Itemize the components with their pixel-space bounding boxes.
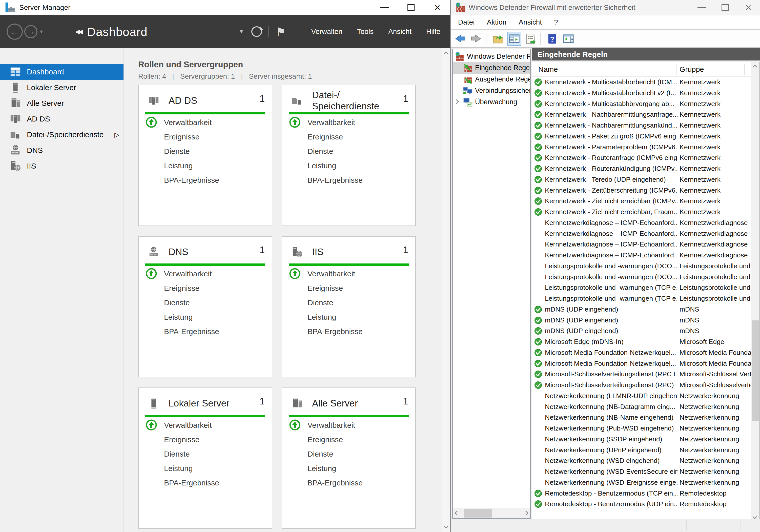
tile-link-verwaltbarkeit[interactable]: Verwaltbarkeit xyxy=(282,418,415,432)
rule-row[interactable]: Kernnetzwerkdiagnose – ICMP-Echoanford..… xyxy=(532,218,751,228)
tile-link-ereignisse[interactable]: Ereignisse xyxy=(139,129,272,144)
rule-row[interactable]: Microsoft-Schlüsselverteilungsdienst (RP… xyxy=(532,369,751,380)
breadcrumb-dashboard[interactable]: Dashboard xyxy=(87,25,148,39)
tile-link-ereignisse[interactable]: Ereignisse xyxy=(139,281,272,295)
column-divider[interactable] xyxy=(677,64,677,75)
rule-row[interactable]: Kernnetzwerk - Nachbarermittlungsankünd.… xyxy=(532,120,751,131)
tile-link-bpa-ergebnisse[interactable]: BPA-Ergebnisse xyxy=(139,173,272,187)
history-dropdown-icon[interactable]: ▾ xyxy=(40,28,43,35)
sidebar-item-iis[interactable]: IIS xyxy=(0,158,123,174)
tile-link-dienste[interactable]: Dienste xyxy=(282,144,415,159)
close-icon[interactable]: × xyxy=(424,0,451,15)
tile-link-leistung[interactable]: Leistung xyxy=(282,310,415,324)
toolbar-back-button[interactable] xyxy=(453,32,467,46)
rule-row[interactable]: Kernnetzwerk - Parameterproblem (ICMPv6.… xyxy=(532,142,751,153)
sidebar-item-dns[interactable]: DNS xyxy=(0,142,123,158)
minimize-icon[interactable] xyxy=(371,0,398,15)
close-icon[interactable]: × xyxy=(737,0,760,15)
rule-row[interactable]: Leistungsprotokolle und -warnungen (TCP … xyxy=(532,293,751,304)
menu-ansicht[interactable]: Ansicht xyxy=(388,27,411,36)
menu-tools[interactable]: Tools xyxy=(357,27,374,36)
sidebar-item-alle-server[interactable]: Alle Server xyxy=(0,95,123,111)
column-divider[interactable] xyxy=(744,64,745,75)
tile-link-verwaltbarkeit[interactable]: Verwaltbarkeit xyxy=(282,115,415,129)
tree-root-firewall[interactable]: Windows Defender Firewall mit erweiterte… xyxy=(453,51,530,62)
menu-hilfe[interactable]: Hilfe xyxy=(426,27,440,36)
tile-link-ereignisse[interactable]: Ereignisse xyxy=(139,432,272,447)
tile-link-verwaltbarkeit[interactable]: Verwaltbarkeit xyxy=(139,418,272,432)
rule-row[interactable]: Kernnetzwerk - Ziel nicht erreichbar (IC… xyxy=(532,196,751,207)
tile-link-verwaltbarkeit[interactable]: Verwaltbarkeit xyxy=(139,115,272,129)
rule-row[interactable]: Kernnetzwerkdiagnose – ICMP-Echoanford..… xyxy=(532,228,751,239)
rule-row[interactable]: mDNS (UDP eingehend)mDNS xyxy=(532,315,751,326)
notifications-flag-icon[interactable]: ⚑ xyxy=(276,25,286,38)
tile-link-bpa-ergebnisse[interactable]: BPA-Ergebnisse xyxy=(282,476,415,490)
list-vertical-scrollbar[interactable] xyxy=(751,62,759,521)
rule-row[interactable]: Microsoft-Schlüsselverteilungsdienst (RP… xyxy=(532,380,751,391)
toolbar-help-button[interactable]: ? xyxy=(545,32,559,46)
tile-link-verwaltbarkeit[interactable]: Verwaltbarkeit xyxy=(282,266,415,281)
toolbar-export-list-button[interactable] xyxy=(523,32,538,46)
toolbar-console-tree-button[interactable] xyxy=(507,32,521,46)
content-vertical-scrollbar[interactable] xyxy=(442,48,451,532)
rule-row[interactable]: mDNS (UDP eingehend)mDNS xyxy=(532,325,751,336)
menu-ansicht[interactable]: Ansicht xyxy=(512,18,548,26)
minimize-icon[interactable] xyxy=(690,0,713,15)
tile-link-bpa-ergebnisse[interactable]: BPA-Ergebnisse xyxy=(139,324,272,339)
tile-link-bpa-ergebnisse[interactable]: BPA-Ergebnisse xyxy=(139,476,272,490)
tile-link-ereignisse[interactable]: Ereignisse xyxy=(282,129,415,144)
column-header-gruppe[interactable]: Gruppe xyxy=(680,62,704,77)
tile-link-ereignisse[interactable]: Ereignisse xyxy=(282,281,415,295)
breadcrumb-dropdown-icon[interactable]: ▼ xyxy=(239,28,244,35)
tile-link-leistung[interactable]: Leistung xyxy=(282,461,415,476)
maximize-icon[interactable] xyxy=(713,0,737,15)
tile-link-bpa-ergebnisse[interactable]: BPA-Ergebnisse xyxy=(282,173,415,187)
scroll-left-icon[interactable] xyxy=(454,511,459,515)
toolbar-export-button[interactable] xyxy=(491,32,505,46)
rule-row[interactable]: Netzwerkerkennung (WSD EventsSecure ein.… xyxy=(532,466,751,477)
tree-node-überwachung[interactable]: Überwachung xyxy=(453,96,530,108)
rule-row[interactable]: Kernnetzwerkdiagnose – ICMP-Echoanford..… xyxy=(532,239,751,250)
tile-link-ereignisse[interactable]: Ereignisse xyxy=(282,432,415,447)
menu-aktion[interactable]: Aktion xyxy=(481,18,512,26)
rule-row[interactable]: Kernnetzwerk - Routerankündigung (ICMPv.… xyxy=(532,163,751,174)
sidebar-item-datei-speicherdienste[interactable]: Datei-/Speicherdienste▷ xyxy=(0,127,123,142)
sidebar-item-lokaler-server[interactable]: Lokaler Server xyxy=(0,80,123,95)
back-button[interactable]: ← xyxy=(7,24,23,40)
rule-row[interactable]: Netzwerkerkennung (NB-Name eingehend)Net… xyxy=(532,412,751,423)
rule-row[interactable]: Kernnetzwerkdiagnose – ICMP-Echoanford..… xyxy=(532,250,751,261)
rule-row[interactable]: Netzwerkerkennung (Pub-WSD eingehend)Net… xyxy=(532,423,751,434)
tree-node-eingehende-regeln[interactable]: Eingehende Regeln xyxy=(453,62,530,73)
scroll-down-icon[interactable] xyxy=(444,524,448,528)
sidebar-item-dashboard[interactable]: Dashboard xyxy=(0,64,123,80)
rule-row[interactable]: Leistungsprotokolle und -warnungen (TCP … xyxy=(532,282,751,293)
rule-row[interactable]: Microsoft Edge (mDNS-In)Microsoft Edge xyxy=(532,336,751,347)
tile-link-dienste[interactable]: Dienste xyxy=(282,447,415,461)
tile-link-leistung[interactable]: Leistung xyxy=(139,461,272,476)
rule-row[interactable]: Microsoft Media Foundation-Netzwerkquel.… xyxy=(532,347,751,358)
tile-link-dienste[interactable]: Dienste xyxy=(282,295,415,310)
tree-node-ausgehende-regeln[interactable]: Ausgehende Regeln xyxy=(453,73,530,85)
maximize-icon[interactable] xyxy=(398,0,424,15)
rule-row[interactable]: Netzwerkerkennung (WSD eingehend)Netzwer… xyxy=(532,455,751,466)
scroll-down-icon[interactable] xyxy=(752,514,757,519)
rule-row[interactable]: Kernnetzwerk - Multicastabhörbericht (IC… xyxy=(532,77,751,88)
menu-verwalten[interactable]: Verwalten xyxy=(311,27,342,36)
tree-horizontal-scrollbar[interactable] xyxy=(453,508,530,518)
tile-link-verwaltbarkeit[interactable]: Verwaltbarkeit xyxy=(139,266,272,281)
rule-row[interactable]: Netzwerkerkennung (WSD-Ereignisse einge.… xyxy=(532,477,751,488)
expander-icon[interactable] xyxy=(454,99,458,104)
tile-link-leistung[interactable]: Leistung xyxy=(282,159,415,173)
rule-row[interactable]: mDNS (UDP eingehend)mDNS xyxy=(532,304,751,315)
tile-link-leistung[interactable]: Leistung xyxy=(139,159,272,173)
rule-row[interactable]: Remotedesktop - Benutzermodus (TCP ein..… xyxy=(532,488,751,499)
refresh-icon[interactable] xyxy=(251,26,262,37)
rule-row[interactable]: Kernnetzwerk - Ziel nicht erreichbar, Fr… xyxy=(532,207,751,218)
scroll-up-icon[interactable] xyxy=(752,65,757,69)
sidebar-item-ad-ds[interactable]: AD DS xyxy=(0,111,123,127)
rule-row[interactable]: Netzwerkerkennung (LLMNR-UDP eingehen...… xyxy=(532,391,751,402)
rule-row[interactable]: Remotedesktop - Benutzermodus (UDP ein..… xyxy=(532,499,751,509)
rule-row[interactable]: Kernnetzwerk - Paket zu groß (ICMPv6 ein… xyxy=(532,131,751,142)
scrollbar-thumb[interactable] xyxy=(464,509,492,517)
rule-row[interactable]: Kernnetzwerk - Teredo (UDP eingehend)Ker… xyxy=(532,174,751,185)
